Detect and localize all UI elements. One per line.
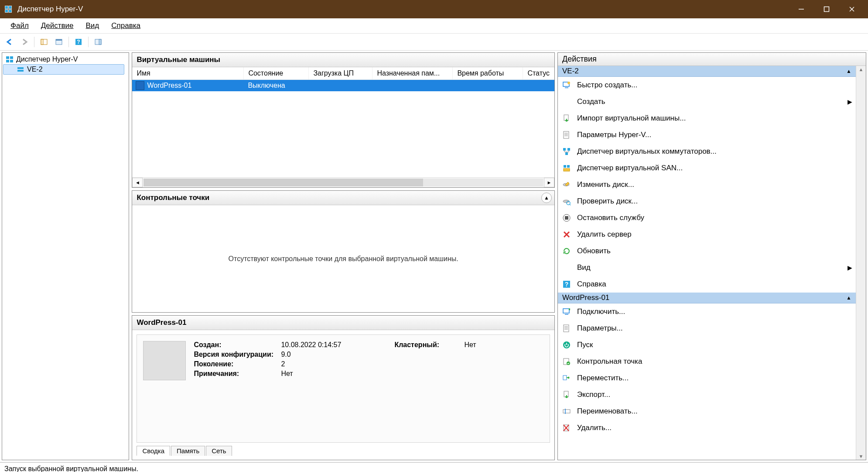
- menu-action[interactable]: Действие: [35, 20, 80, 32]
- help-button[interactable]: ?: [72, 35, 85, 48]
- vm-row[interactable]: WordPress-01 Выключена: [132, 80, 554, 91]
- action-del-server[interactable]: Удалить сервер: [558, 226, 856, 243]
- action-checkpoint[interactable]: Контрольная точка: [558, 353, 856, 370]
- stop-icon: [561, 214, 572, 222]
- scroll-up-icon[interactable]: ▲: [859, 67, 864, 72]
- col-state[interactable]: Состояние: [244, 67, 309, 79]
- svg-rect-25: [564, 131, 569, 138]
- back-button[interactable]: [3, 35, 17, 48]
- created-value: 10.08.2022 0:14:57: [281, 341, 394, 349]
- menu-help[interactable]: Справка: [105, 20, 147, 32]
- action-export[interactable]: Экспорт...: [558, 386, 856, 403]
- import-icon: [561, 114, 572, 123]
- cluster-label: Кластерный:: [394, 341, 464, 349]
- menu-view[interactable]: Вид: [80, 20, 106, 32]
- maximize-button[interactable]: [814, 0, 839, 18]
- tree-root[interactable]: Диспетчер Hyper-V: [3, 55, 128, 64]
- svg-rect-29: [563, 148, 566, 151]
- col-mem[interactable]: Назначенная пам...: [372, 67, 453, 79]
- tab-summary[interactable]: Сводка: [137, 446, 170, 456]
- scroll-left-icon[interactable]: ◄: [132, 178, 143, 187]
- window-titlebar: Диспетчер Hyper-V: [0, 0, 868, 18]
- action-view[interactable]: Вид ▶: [558, 259, 856, 276]
- action-hv-params[interactable]: Параметры Hyper-V...: [558, 127, 856, 143]
- action-stop-svc[interactable]: Остановить службу: [558, 210, 856, 226]
- svg-rect-21: [17, 70, 24, 72]
- svg-rect-15: [99, 39, 101, 45]
- svg-rect-33: [564, 165, 566, 168]
- action-import[interactable]: Импорт виртуальной машины...: [558, 110, 856, 127]
- action-delete[interactable]: Удалить...: [558, 420, 856, 436]
- svg-rect-9: [41, 39, 43, 45]
- monitor-sparkle-icon: [561, 81, 572, 90]
- gen-value: 2: [281, 360, 394, 368]
- vswitch-icon: [561, 147, 572, 156]
- server-icon: [16, 65, 25, 73]
- forward-button[interactable]: [17, 35, 31, 48]
- col-status[interactable]: Статус: [523, 67, 554, 79]
- svg-rect-11: [56, 39, 62, 41]
- svg-rect-31: [565, 152, 568, 155]
- col-name[interactable]: Имя: [132, 67, 244, 79]
- action-check-disk[interactable]: Проверить диск...: [558, 193, 856, 210]
- details-content: Создан: 10.08.2022 0:14:57 Кластерный: Н…: [137, 334, 550, 443]
- status-bar: Запуск выбранной виртуальной машины.: [0, 462, 868, 472]
- col-cpu[interactable]: Загрузка ЦП: [309, 67, 372, 79]
- tab-network[interactable]: Сеть: [206, 446, 232, 456]
- properties-button[interactable]: [52, 35, 66, 48]
- app-icon: [3, 4, 14, 14]
- vsan-icon: [561, 164, 572, 172]
- show-hide-action-pane-button[interactable]: [91, 35, 105, 48]
- svg-rect-2: [5, 10, 8, 13]
- action-create[interactable]: Создать ▶: [558, 93, 856, 110]
- vm-icon: [136, 81, 144, 90]
- svg-rect-0: [5, 6, 8, 9]
- collapse-icon[interactable]: ▲: [541, 193, 552, 203]
- svg-rect-32: [564, 169, 570, 171]
- action-move[interactable]: Переместить...: [558, 370, 856, 386]
- minimize-button[interactable]: [789, 0, 814, 18]
- actions-sec-host[interactable]: VE-2▲: [558, 66, 856, 77]
- menubar: Файл Действие Вид Справка: [0, 18, 868, 34]
- col-uptime[interactable]: Время работы: [453, 67, 523, 79]
- submenu-arrow-icon: ▶: [847, 264, 852, 271]
- scroll-down-icon[interactable]: ▼: [859, 454, 864, 459]
- svg-rect-19: [10, 60, 13, 62]
- action-start[interactable]: Пуск: [558, 337, 856, 353]
- details-header: WordPress-01: [132, 316, 554, 330]
- action-connect[interactable]: Подключить...: [558, 303, 856, 320]
- tree-root-label: Диспетчер Hyper-V: [16, 55, 78, 63]
- close-button[interactable]: [839, 0, 865, 18]
- tree-host[interactable]: VE-2: [3, 64, 124, 75]
- vm-thumbnail: [143, 341, 186, 380]
- checkpoints-empty: Отсутствуют контрольные точки для выбран…: [132, 205, 554, 312]
- action-help[interactable]: ? Справка: [558, 276, 856, 293]
- action-vswitch[interactable]: Диспетчер виртуальных коммутаторов...: [558, 143, 856, 160]
- action-refresh[interactable]: Обновить: [558, 243, 856, 259]
- action-params[interactable]: Параметры...: [558, 320, 856, 337]
- vm-columns: Имя Состояние Загрузка ЦП Назначенная па…: [132, 67, 554, 80]
- svg-text:?: ?: [77, 39, 80, 45]
- actions-header: Действия: [558, 53, 866, 66]
- action-edit-disk[interactable]: Изменить диск...: [558, 176, 856, 193]
- action-vsan[interactable]: Диспетчер виртуальной SAN...: [558, 160, 856, 176]
- scroll-thumb[interactable]: [144, 179, 423, 186]
- action-quick-create[interactable]: Быстро создать...: [558, 77, 856, 93]
- menu-file[interactable]: Файл: [4, 20, 35, 32]
- checkpoint-icon: [561, 357, 572, 366]
- vm-panel-header: Виртуальные машины: [132, 53, 554, 67]
- svg-rect-30: [567, 148, 570, 151]
- scroll-right-icon[interactable]: ►: [544, 178, 554, 187]
- rename-icon: [561, 407, 572, 416]
- svg-line-38: [570, 204, 571, 205]
- vm-hscroll[interactable]: ◄ ►: [132, 177, 554, 187]
- svg-rect-55: [563, 410, 570, 413]
- tab-memory[interactable]: Память: [171, 446, 205, 456]
- action-rename[interactable]: Переименовать...: [558, 403, 856, 420]
- vm-row-state: Выключена: [243, 82, 308, 90]
- actions-scrollbar[interactable]: ▲ ▼: [856, 66, 866, 460]
- show-hide-console-tree-button[interactable]: [37, 35, 51, 48]
- check-disk-icon: [561, 197, 572, 206]
- actions-sec-vm[interactable]: WordPress-01▲: [558, 293, 856, 303]
- connect-icon: [561, 307, 572, 316]
